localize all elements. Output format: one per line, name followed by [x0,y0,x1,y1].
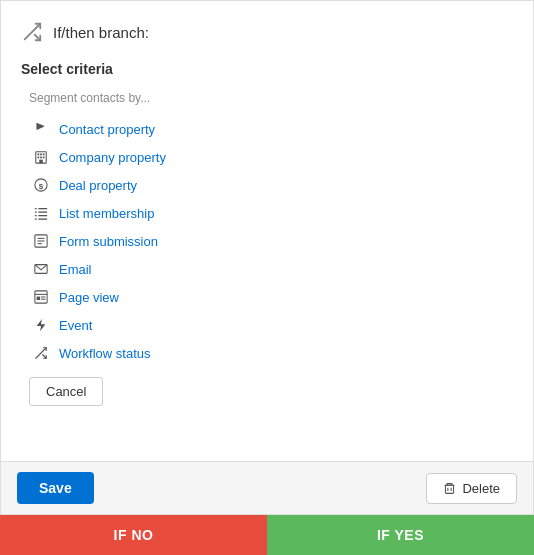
criteria-item-event[interactable]: Event [29,311,513,339]
form-icon [33,233,49,249]
workflow-status-label: Workflow status [59,346,151,361]
delete-button[interactable]: Delete [426,473,517,504]
svg-rect-27 [37,297,41,301]
svg-rect-3 [38,154,40,156]
criteria-item-email[interactable]: Email [29,255,513,283]
building-icon [33,149,49,165]
trash-icon [443,482,456,495]
criteria-item-list-membership[interactable]: List membership [29,199,513,227]
criteria-item-page-view[interactable]: Page view [29,283,513,311]
segment-label: Segment contacts by... [21,91,513,105]
dollar-icon: $ [33,177,49,193]
branch-title-text: If/then branch: [53,24,149,41]
save-button[interactable]: Save [17,472,94,504]
branch-buttons: IF NO IF YES [0,515,534,555]
criteria-item-contact-property[interactable]: Contact property [29,115,513,143]
if-yes-button[interactable]: IF YES [267,515,534,555]
criteria-item-deal-property[interactable]: $ Deal property [29,171,513,199]
svg-rect-33 [446,485,454,493]
svg-rect-9 [39,160,43,164]
select-criteria-label: Select criteria [21,61,513,77]
form-submission-label: Form submission [59,234,158,249]
criteria-list: Contact property Company property [21,115,513,367]
svg-marker-30 [37,319,46,331]
workflow-shuffle-icon [33,345,49,361]
criteria-item-form-submission[interactable]: Form submission [29,227,513,255]
main-panel: If/then branch: Select criteria Segment … [0,0,534,515]
criteria-item-workflow-status[interactable]: Workflow status [29,339,513,367]
svg-rect-6 [38,157,40,159]
svg-rect-8 [43,157,45,159]
bolt-icon [33,317,49,333]
delete-label: Delete [462,481,500,496]
shuffle-icon [21,21,43,43]
cancel-area: Cancel [21,367,513,422]
svg-rect-7 [40,157,42,159]
svg-rect-5 [43,154,45,156]
criteria-item-company-property[interactable]: Company property [29,143,513,171]
company-property-label: Company property [59,150,166,165]
page-icon [33,289,49,305]
panel-content: If/then branch: Select criteria Segment … [1,1,533,461]
list-icon [33,205,49,221]
cancel-button[interactable]: Cancel [29,377,103,406]
page-view-label: Page view [59,290,119,305]
list-membership-label: List membership [59,206,154,221]
email-label: Email [59,262,92,277]
svg-text:$: $ [39,182,44,191]
contact-property-label: Contact property [59,122,155,137]
event-label: Event [59,318,92,333]
footer-bar: Save Delete [1,461,533,514]
branch-title-row: If/then branch: [21,21,513,43]
email-icon [33,261,49,277]
if-no-button[interactable]: IF NO [0,515,267,555]
flag-icon [33,121,49,137]
svg-rect-4 [40,154,42,156]
deal-property-label: Deal property [59,178,137,193]
